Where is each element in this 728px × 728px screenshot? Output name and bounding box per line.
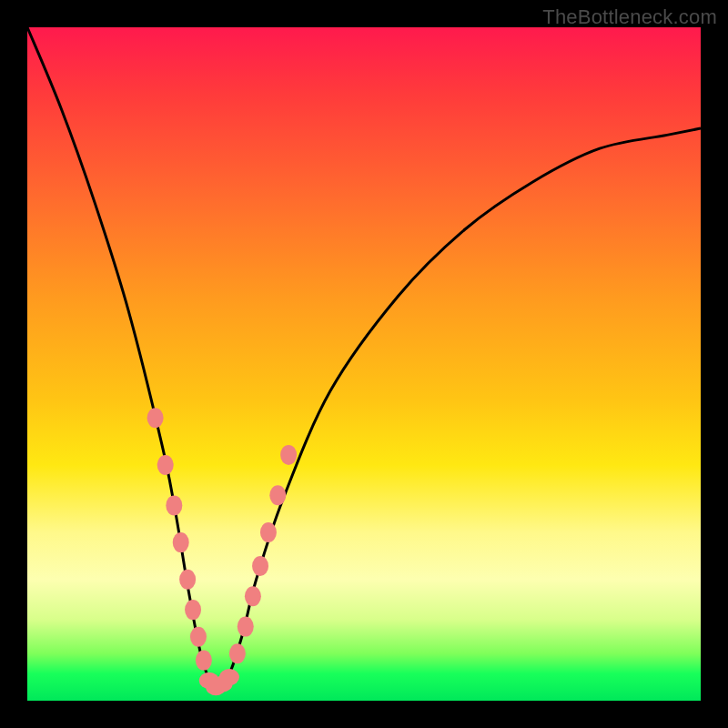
data-marker [190,627,207,647]
plot-area [27,27,701,701]
chart-frame: TheBottleneck.com [0,0,728,728]
marker-group [147,408,298,695]
data-marker [219,669,239,685]
data-marker [269,485,286,505]
data-marker [252,556,268,576]
data-marker [173,532,189,552]
data-marker [147,408,164,428]
data-marker [229,643,246,663]
data-marker [260,522,277,542]
curve-layer [27,27,701,701]
data-marker [166,495,182,515]
bottleneck-curve [27,27,701,688]
data-marker [245,586,261,606]
data-marker [238,617,254,637]
data-marker [185,600,201,620]
watermark-text: TheBottleneck.com [542,5,717,29]
data-marker [157,455,174,475]
data-marker [179,570,196,590]
data-marker [280,445,297,465]
data-marker [196,651,212,671]
